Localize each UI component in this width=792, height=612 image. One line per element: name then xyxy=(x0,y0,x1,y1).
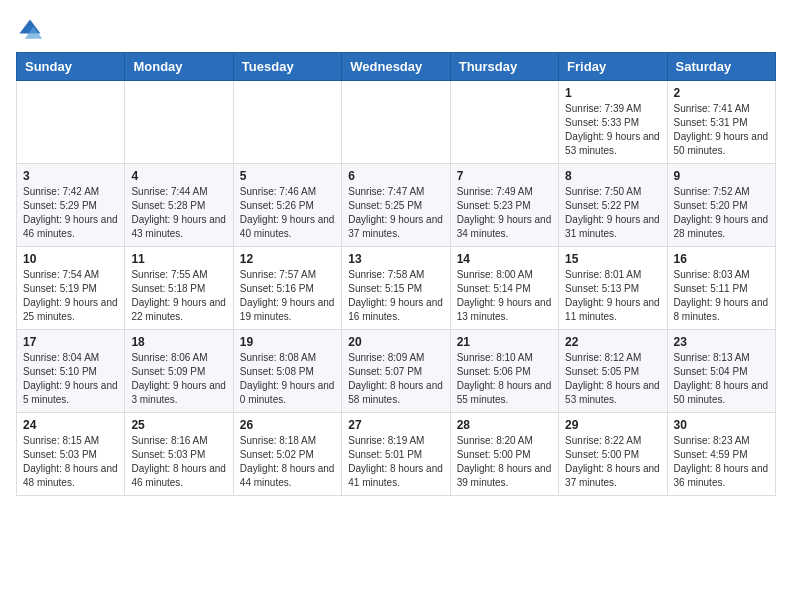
day-info: Sunrise: 8:22 AM Sunset: 5:00 PM Dayligh… xyxy=(565,434,660,490)
day-number: 14 xyxy=(457,252,552,266)
calendar-cell: 9Sunrise: 7:52 AM Sunset: 5:20 PM Daylig… xyxy=(667,164,775,247)
day-number: 12 xyxy=(240,252,335,266)
calendar-cell: 8Sunrise: 7:50 AM Sunset: 5:22 PM Daylig… xyxy=(559,164,667,247)
day-number: 27 xyxy=(348,418,443,432)
weekday-header-friday: Friday xyxy=(559,53,667,81)
calendar-cell: 28Sunrise: 8:20 AM Sunset: 5:00 PM Dayli… xyxy=(450,413,558,496)
calendar-cell: 7Sunrise: 7:49 AM Sunset: 5:23 PM Daylig… xyxy=(450,164,558,247)
day-number: 30 xyxy=(674,418,769,432)
day-info: Sunrise: 8:10 AM Sunset: 5:06 PM Dayligh… xyxy=(457,351,552,407)
day-info: Sunrise: 7:46 AM Sunset: 5:26 PM Dayligh… xyxy=(240,185,335,241)
day-number: 9 xyxy=(674,169,769,183)
day-number: 6 xyxy=(348,169,443,183)
day-info: Sunrise: 8:08 AM Sunset: 5:08 PM Dayligh… xyxy=(240,351,335,407)
day-number: 10 xyxy=(23,252,118,266)
calendar-cell: 2Sunrise: 7:41 AM Sunset: 5:31 PM Daylig… xyxy=(667,81,775,164)
calendar-cell: 23Sunrise: 8:13 AM Sunset: 5:04 PM Dayli… xyxy=(667,330,775,413)
calendar-cell: 19Sunrise: 8:08 AM Sunset: 5:08 PM Dayli… xyxy=(233,330,341,413)
calendar-cell: 3Sunrise: 7:42 AM Sunset: 5:29 PM Daylig… xyxy=(17,164,125,247)
day-number: 29 xyxy=(565,418,660,432)
calendar-cell: 13Sunrise: 7:58 AM Sunset: 5:15 PM Dayli… xyxy=(342,247,450,330)
calendar-cell: 16Sunrise: 8:03 AM Sunset: 5:11 PM Dayli… xyxy=(667,247,775,330)
calendar-cell: 26Sunrise: 8:18 AM Sunset: 5:02 PM Dayli… xyxy=(233,413,341,496)
day-number: 2 xyxy=(674,86,769,100)
day-info: Sunrise: 7:49 AM Sunset: 5:23 PM Dayligh… xyxy=(457,185,552,241)
calendar-cell: 18Sunrise: 8:06 AM Sunset: 5:09 PM Dayli… xyxy=(125,330,233,413)
calendar-cell: 14Sunrise: 8:00 AM Sunset: 5:14 PM Dayli… xyxy=(450,247,558,330)
day-info: Sunrise: 8:06 AM Sunset: 5:09 PM Dayligh… xyxy=(131,351,226,407)
day-info: Sunrise: 7:58 AM Sunset: 5:15 PM Dayligh… xyxy=(348,268,443,324)
day-number: 11 xyxy=(131,252,226,266)
day-number: 13 xyxy=(348,252,443,266)
day-number: 20 xyxy=(348,335,443,349)
weekday-header-sunday: Sunday xyxy=(17,53,125,81)
day-info: Sunrise: 7:47 AM Sunset: 5:25 PM Dayligh… xyxy=(348,185,443,241)
day-number: 26 xyxy=(240,418,335,432)
calendar-cell xyxy=(233,81,341,164)
day-number: 23 xyxy=(674,335,769,349)
day-info: Sunrise: 8:20 AM Sunset: 5:00 PM Dayligh… xyxy=(457,434,552,490)
calendar-cell: 4Sunrise: 7:44 AM Sunset: 5:28 PM Daylig… xyxy=(125,164,233,247)
calendar-week-4: 17Sunrise: 8:04 AM Sunset: 5:10 PM Dayli… xyxy=(17,330,776,413)
calendar-table: SundayMondayTuesdayWednesdayThursdayFrid… xyxy=(16,52,776,496)
day-info: Sunrise: 7:57 AM Sunset: 5:16 PM Dayligh… xyxy=(240,268,335,324)
calendar-week-3: 10Sunrise: 7:54 AM Sunset: 5:19 PM Dayli… xyxy=(17,247,776,330)
day-number: 16 xyxy=(674,252,769,266)
day-info: Sunrise: 8:09 AM Sunset: 5:07 PM Dayligh… xyxy=(348,351,443,407)
calendar-cell xyxy=(125,81,233,164)
day-number: 4 xyxy=(131,169,226,183)
day-number: 7 xyxy=(457,169,552,183)
weekday-header-thursday: Thursday xyxy=(450,53,558,81)
logo-icon xyxy=(16,16,44,44)
day-info: Sunrise: 7:39 AM Sunset: 5:33 PM Dayligh… xyxy=(565,102,660,158)
day-info: Sunrise: 8:03 AM Sunset: 5:11 PM Dayligh… xyxy=(674,268,769,324)
day-info: Sunrise: 7:44 AM Sunset: 5:28 PM Dayligh… xyxy=(131,185,226,241)
day-number: 21 xyxy=(457,335,552,349)
calendar-cell xyxy=(342,81,450,164)
calendar-cell: 22Sunrise: 8:12 AM Sunset: 5:05 PM Dayli… xyxy=(559,330,667,413)
weekday-header-saturday: Saturday xyxy=(667,53,775,81)
day-info: Sunrise: 7:50 AM Sunset: 5:22 PM Dayligh… xyxy=(565,185,660,241)
day-number: 28 xyxy=(457,418,552,432)
calendar-cell: 5Sunrise: 7:46 AM Sunset: 5:26 PM Daylig… xyxy=(233,164,341,247)
calendar-week-2: 3Sunrise: 7:42 AM Sunset: 5:29 PM Daylig… xyxy=(17,164,776,247)
calendar-cell: 25Sunrise: 8:16 AM Sunset: 5:03 PM Dayli… xyxy=(125,413,233,496)
calendar-cell: 11Sunrise: 7:55 AM Sunset: 5:18 PM Dayli… xyxy=(125,247,233,330)
day-info: Sunrise: 7:42 AM Sunset: 5:29 PM Dayligh… xyxy=(23,185,118,241)
day-number: 25 xyxy=(131,418,226,432)
calendar-cell: 1Sunrise: 7:39 AM Sunset: 5:33 PM Daylig… xyxy=(559,81,667,164)
day-number: 22 xyxy=(565,335,660,349)
calendar-week-1: 1Sunrise: 7:39 AM Sunset: 5:33 PM Daylig… xyxy=(17,81,776,164)
day-number: 5 xyxy=(240,169,335,183)
day-number: 24 xyxy=(23,418,118,432)
calendar-cell: 6Sunrise: 7:47 AM Sunset: 5:25 PM Daylig… xyxy=(342,164,450,247)
calendar-cell: 17Sunrise: 8:04 AM Sunset: 5:10 PM Dayli… xyxy=(17,330,125,413)
day-info: Sunrise: 8:12 AM Sunset: 5:05 PM Dayligh… xyxy=(565,351,660,407)
calendar-cell: 12Sunrise: 7:57 AM Sunset: 5:16 PM Dayli… xyxy=(233,247,341,330)
weekday-header-wednesday: Wednesday xyxy=(342,53,450,81)
day-number: 18 xyxy=(131,335,226,349)
day-info: Sunrise: 8:23 AM Sunset: 4:59 PM Dayligh… xyxy=(674,434,769,490)
day-info: Sunrise: 8:16 AM Sunset: 5:03 PM Dayligh… xyxy=(131,434,226,490)
day-info: Sunrise: 8:00 AM Sunset: 5:14 PM Dayligh… xyxy=(457,268,552,324)
day-number: 17 xyxy=(23,335,118,349)
day-number: 3 xyxy=(23,169,118,183)
calendar-cell: 15Sunrise: 8:01 AM Sunset: 5:13 PM Dayli… xyxy=(559,247,667,330)
page-header xyxy=(16,16,776,44)
calendar-cell: 27Sunrise: 8:19 AM Sunset: 5:01 PM Dayli… xyxy=(342,413,450,496)
weekday-header-monday: Monday xyxy=(125,53,233,81)
calendar-cell: 21Sunrise: 8:10 AM Sunset: 5:06 PM Dayli… xyxy=(450,330,558,413)
day-info: Sunrise: 8:15 AM Sunset: 5:03 PM Dayligh… xyxy=(23,434,118,490)
day-number: 15 xyxy=(565,252,660,266)
day-info: Sunrise: 8:04 AM Sunset: 5:10 PM Dayligh… xyxy=(23,351,118,407)
calendar-cell: 30Sunrise: 8:23 AM Sunset: 4:59 PM Dayli… xyxy=(667,413,775,496)
logo xyxy=(16,16,48,44)
day-info: Sunrise: 8:18 AM Sunset: 5:02 PM Dayligh… xyxy=(240,434,335,490)
calendar-cell: 29Sunrise: 8:22 AM Sunset: 5:00 PM Dayli… xyxy=(559,413,667,496)
calendar-cell: 20Sunrise: 8:09 AM Sunset: 5:07 PM Dayli… xyxy=(342,330,450,413)
day-number: 1 xyxy=(565,86,660,100)
day-number: 8 xyxy=(565,169,660,183)
day-info: Sunrise: 7:54 AM Sunset: 5:19 PM Dayligh… xyxy=(23,268,118,324)
day-info: Sunrise: 8:19 AM Sunset: 5:01 PM Dayligh… xyxy=(348,434,443,490)
calendar-cell: 24Sunrise: 8:15 AM Sunset: 5:03 PM Dayli… xyxy=(17,413,125,496)
